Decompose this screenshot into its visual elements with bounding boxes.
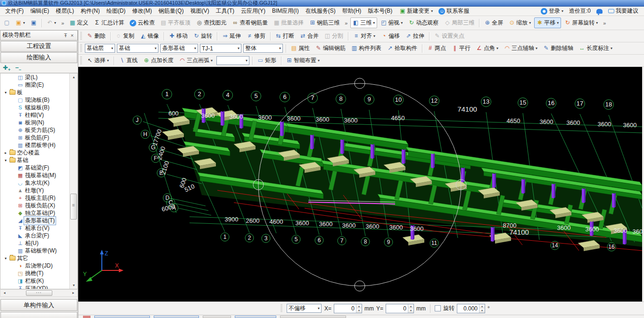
- tree-item-栏板(K)[interactable]: ◨栏板(K): [0, 277, 69, 285]
- tree-scrollbar[interactable]: ▴ ▾: [69, 73, 77, 289]
- two-point-axis-button[interactable]: #两点: [425, 43, 448, 54]
- tree-item-筏板负筋(X)[interactable]: ⊞筏板负筋(X): [0, 202, 69, 209]
- delete-aux-axis-button[interactable]: ✎删除辅轴: [541, 43, 576, 54]
- tree-item-基础[interactable]: ▾基础: [0, 156, 69, 164]
- edit-rebar-button[interactable]: ✎编辑钢筋: [313, 43, 348, 54]
- pin-icon[interactable]: Ŧ: [62, 33, 69, 38]
- tree-item-柱帽(V)[interactable]: Ŧ柱帽(V): [0, 111, 69, 119]
- collapse-all-icon[interactable]: −−: [15, 64, 21, 72]
- zoom-extent-button[interactable]: ⊕全屏: [482, 17, 505, 28]
- element-name-select[interactable]: TJ-1▾: [200, 44, 241, 53]
- extend-button[interactable]: ⇒延伸: [220, 31, 243, 41]
- tree-item-空心楼盖[interactable]: ▸空心楼盖: [0, 149, 69, 156]
- point-angle-axis-button[interactable]: ∠点角▾: [474, 43, 501, 54]
- parallel-axis-button[interactable]: ∥平行: [449, 43, 473, 54]
- overflow-chevron-icon[interactable]: »: [61, 20, 64, 26]
- menu-item-修改(M)[interactable]: 修改(M): [129, 6, 155, 16]
- y-spinner-icons[interactable]: ▴▾: [408, 304, 413, 313]
- offset-button[interactable]: ◔偏移: [379, 31, 402, 41]
- expander-icon[interactable]: ▾: [3, 256, 8, 261]
- view-3d-button[interactable]: ◧三维▾: [350, 17, 377, 28]
- menu-item-BIM应用(I)[interactable]: BIM应用(I): [269, 6, 302, 16]
- menu-item-文件(F)[interactable]: 文件(F): [2, 6, 27, 16]
- line-tool-button[interactable]: ∖直线: [116, 55, 140, 66]
- tree-item-板负筋(F)[interactable]: ⊞板负筋(F): [0, 134, 69, 141]
- toolbar-grip[interactable]: [80, 32, 82, 41]
- menu-item-视图(V)[interactable]: 视图(V): [187, 6, 213, 16]
- menu-item-编辑(E)[interactable]: 编辑(E): [27, 6, 52, 16]
- scrollbar-thumb[interactable]: [70, 194, 77, 220]
- save-button[interactable]: ▣: [28, 18, 39, 27]
- menu-item-帮助(H)[interactable]: 帮助(H): [339, 6, 365, 16]
- rotate-checkbox[interactable]: [435, 305, 441, 311]
- tree-item-筏板主筋(R)[interactable]: +筏板主筋(R): [0, 194, 69, 202]
- mirror-button[interactable]: ◭镜像: [138, 31, 161, 41]
- tree-item-板受力筋(S)[interactable]: ⊕板受力筋(S): [0, 126, 69, 134]
- tree-item-集水坑(K)[interactable]: ◡集水坑(K): [0, 179, 69, 187]
- rebar-3d-button[interactable]: ⊞钢筋三维: [307, 17, 342, 28]
- tree-item-基础梁(F)[interactable]: ◩基础梁(F): [0, 164, 69, 171]
- scroll-up-icon[interactable]: ▴: [70, 73, 78, 81]
- tree-item-圈梁(E)[interactable]: ▭圈梁(E): [0, 81, 69, 89]
- tree-item-筏板基础(M)[interactable]: ▦筏板基础(M): [0, 171, 69, 179]
- break-button[interactable]: ⇆打断: [273, 31, 297, 41]
- align-button[interactable]: ≡对齐▾: [351, 31, 378, 41]
- cost-beans-label[interactable]: 造价豆:0: [567, 6, 593, 16]
- tree-item-承台梁(F)[interactable]: ◣承台梁(F): [0, 232, 69, 239]
- scroll-down-icon[interactable]: ▾: [70, 282, 78, 289]
- tree-item-其它[interactable]: ▾其它: [0, 254, 69, 262]
- copy-button[interactable]: ◌复制: [113, 31, 137, 41]
- menu-item-工具(T)[interactable]: 工具(T): [213, 6, 238, 16]
- three-point-arc-button[interactable]: ◠三点画弧▾: [177, 55, 215, 66]
- tree-item-螺旋板(B)[interactable]: S螺旋板(B): [0, 104, 69, 111]
- close-icon[interactable]: ×: [69, 33, 75, 38]
- menu-item-版本号(B)[interactable]: 版本号(B): [364, 6, 396, 16]
- menu-item-绘图(D)[interactable]: 绘图(D): [103, 6, 129, 16]
- pan-button[interactable]: ✱平移▾: [534, 17, 561, 28]
- cloud-check-button[interactable]: ✔云检查: [127, 17, 157, 28]
- select-tool-button[interactable]: ↖选择▾: [84, 55, 111, 66]
- rotate-spinner-icons[interactable]: ▴▾: [479, 304, 485, 313]
- point-length-button[interactable]: ⊕点加长度: [141, 55, 176, 66]
- expander-icon[interactable]: ▾: [3, 90, 8, 95]
- expander-icon[interactable]: ▸: [3, 151, 8, 155]
- rotate-input[interactable]: 0.000 ▴▾: [457, 304, 485, 313]
- pick-element-button[interactable]: ↗拾取构件: [385, 43, 420, 54]
- tree-item-梁(L)[interactable]: ◫梁(L): [0, 73, 69, 81]
- h-scrollbar-thumb[interactable]: [26, 290, 52, 296]
- category-select[interactable]: 基础▾: [117, 44, 158, 53]
- floor-select[interactable]: 基础层▾: [85, 44, 115, 53]
- find-element-button[interactable]: ◎查找图元: [194, 17, 229, 28]
- project-settings-button[interactable]: 工程设置: [0, 41, 77, 52]
- toolbar-grip[interactable]: [80, 44, 82, 53]
- orbit-button[interactable]: ↻动态观察: [406, 17, 441, 28]
- tree-item-挑檐(T)[interactable]: ◳挑檐(T): [0, 269, 69, 277]
- element-list-button[interactable]: ▥构件列表: [349, 43, 384, 54]
- drawing-canvas[interactable]: 124567891012131516171812356789111416JHGF…: [78, 67, 642, 302]
- menu-item-钢筋量(Q)[interactable]: 钢筋量(Q): [155, 6, 187, 16]
- view-rebar-qty-button[interactable]: ∞查看钢筋量: [230, 17, 270, 28]
- menu-item-楼层(L)[interactable]: 楼层(L): [52, 6, 77, 16]
- x-input[interactable]: 0 ▴▾: [334, 304, 362, 313]
- smart-layout-button[interactable]: ⊞智能布置▾: [284, 55, 322, 66]
- trim-button[interactable]: ≠修剪: [244, 31, 268, 41]
- stretch-button[interactable]: ⇗拉伸: [403, 31, 427, 41]
- arc-mode-select[interactable]: ▾: [216, 56, 249, 65]
- toolbar-grip[interactable]: [80, 57, 82, 65]
- contact-service-button[interactable]: ☺联系客服: [436, 6, 471, 16]
- zoom-button[interactable]: ⊙缩放▾: [506, 17, 533, 28]
- rectangle-tool-button[interactable]: ▭矩形: [255, 55, 279, 66]
- tree-item-桩承台(V)[interactable]: Ŧ桩承台(V): [0, 224, 69, 232]
- expand-all-icon[interactable]: ✚+: [3, 64, 10, 72]
- three-point-aux-axis-button[interactable]: ◠三点辅轴▾: [502, 43, 540, 54]
- new-change-button[interactable]: ▣新建变更▾: [397, 6, 435, 16]
- merge-button[interactable]: ⇄合并: [297, 31, 321, 41]
- menu-item-构件(N)[interactable]: 构件(N): [77, 6, 103, 16]
- properties-button[interactable]: ▤属性: [289, 43, 312, 54]
- login-button[interactable]: ☻登录▾: [538, 6, 566, 16]
- suggestion-button[interactable]: 我要建议: [606, 6, 641, 16]
- expander-icon[interactable]: ▾: [3, 158, 8, 163]
- tree-item-后浇带(JD)[interactable]: ◑后浇带(JD): [0, 262, 69, 269]
- tree-item-桩(U)[interactable]: ⊥桩(U): [0, 239, 69, 247]
- scroll-right-icon[interactable]: ▸: [69, 290, 77, 296]
